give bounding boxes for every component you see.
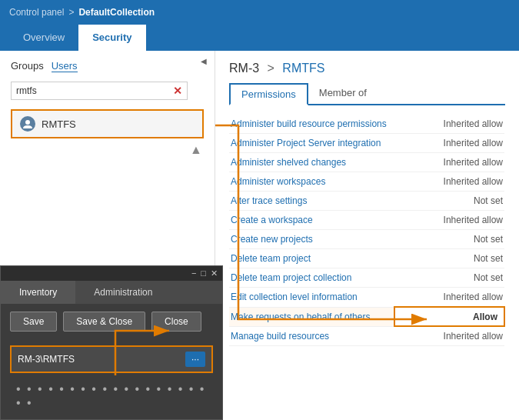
sub-tab-permissions[interactable]: Permissions	[229, 83, 308, 105]
rm-header: RM-3 > RMTFS	[229, 62, 505, 75]
permission-name: Make requests on behalf of others	[229, 307, 394, 326]
permission-name: Administer workspaces	[229, 172, 394, 192]
bp-user-row[interactable]: RM-3\RMTFS ···	[10, 345, 213, 373]
bottom-floating-panel: − □ ✕ Inventory Administration Save Save…	[0, 265, 223, 420]
permission-name: Delete team project collection	[229, 268, 394, 288]
table-row[interactable]: Delete team project collectionNot set	[229, 268, 504, 288]
panel-titlebar: − □ ✕	[1, 266, 222, 281]
permission-name: Edit collection level information	[229, 288, 394, 308]
search-box: ✕	[11, 82, 188, 100]
svg-point-0	[25, 120, 30, 125]
search-clear-icon[interactable]: ✕	[173, 85, 182, 97]
permission-value: Inherited allow	[394, 115, 504, 134]
collection-name: DefaultCollection	[78, 7, 155, 18]
right-panel: RM-3 > RMTFS Permissions Member of Admin…	[215, 51, 519, 420]
permission-value: Inherited allow	[394, 211, 504, 230]
permission-value[interactable]: Allow	[394, 307, 504, 326]
rm-breadcrumb-sep: >	[268, 62, 278, 75]
table-row[interactable]: Delete team projectNot set	[229, 249, 504, 268]
panel-tabs: Inventory Administration	[1, 281, 222, 304]
permission-value: Not set	[394, 192, 504, 211]
permission-value: Inherited allow	[394, 326, 504, 346]
panel-tab-administration[interactable]: Administration	[75, 281, 171, 304]
tab-security[interactable]: Security	[78, 25, 145, 51]
permission-name: Administer shelved changes	[229, 153, 394, 172]
permissions-table: Administer build resource permissionsInh…	[229, 115, 505, 346]
sub-tabs: Permissions Member of	[229, 83, 505, 105]
table-row[interactable]: Administer shelved changesInherited allo…	[229, 153, 504, 172]
table-row[interactable]: Create a workspaceInherited allow	[229, 211, 504, 230]
close-panel-button[interactable]: ✕	[211, 268, 218, 278]
search-input[interactable]	[16, 85, 173, 96]
minimize-button[interactable]: −	[191, 268, 196, 278]
scroll-up-button[interactable]: ▲	[190, 143, 201, 157]
user-name-label: RMTFS	[42, 118, 76, 130]
panel-tab-inventory[interactable]: Inventory	[1, 281, 75, 304]
close-button[interactable]: Close	[151, 312, 201, 332]
permission-name: Alter trace settings	[229, 192, 394, 211]
table-row[interactable]: Edit collection level informationInherit…	[229, 288, 504, 308]
permission-value: Inherited allow	[394, 153, 504, 172]
table-row[interactable]: Create new projectsNot set	[229, 230, 504, 249]
table-row[interactable]: Make requests on behalf of othersAllow	[229, 307, 504, 326]
restore-button[interactable]: □	[201, 268, 206, 278]
sub-tab-member-of[interactable]: Member of	[308, 83, 378, 104]
permission-name: Create a workspace	[229, 211, 394, 230]
permission-value: Inherited allow	[394, 172, 504, 192]
table-row[interactable]: Administer build resource permissionsInh…	[229, 115, 504, 134]
avatar	[20, 116, 35, 132]
panel-content: RM-3\RMTFS ··· • • • • • • • • • • • • •…	[1, 339, 222, 419]
bp-dots-row: • • • • • • • • • • • • • • • • • • • •	[10, 379, 213, 410]
groups-link[interactable]: Groups	[11, 60, 44, 72]
search-box-wrap: ✕	[0, 78, 215, 106]
table-row[interactable]: Administer workspacesInherited allow	[229, 172, 504, 192]
permission-value: Inherited allow	[394, 288, 504, 308]
bp-dots-button[interactable]: ···	[185, 352, 205, 367]
permission-value: Not set	[394, 249, 504, 268]
table-row[interactable]: Administer Project Server integrationInh…	[229, 134, 504, 153]
tab-overview[interactable]: Overview	[9, 25, 78, 51]
breadcrumb-sep: >	[68, 7, 74, 18]
permission-value: Inherited allow	[394, 134, 504, 153]
permission-name: Administer build resource permissions	[229, 115, 394, 134]
save-button[interactable]: Save	[10, 312, 57, 332]
main-tabs-row: Overview Security	[0, 25, 519, 51]
permission-name: Delete team project	[229, 249, 394, 268]
table-row[interactable]: Alter trace settingsNot set	[229, 192, 504, 211]
users-link[interactable]: Users	[52, 60, 78, 72]
breadcrumb-text: Control panel	[9, 7, 64, 18]
table-row[interactable]: Manage build resourcesInherited allow	[229, 326, 504, 346]
rm-breadcrumb-right: RMTFS	[282, 62, 324, 75]
bp-user-name: RM-3\RMTFS	[18, 354, 179, 365]
permission-value: Not set	[394, 268, 504, 288]
permission-name: Manage build resources	[229, 326, 394, 346]
permission-name: Create new projects	[229, 230, 394, 249]
groups-users-row: Groups Users	[0, 51, 215, 78]
save-close-button[interactable]: Save & Close	[63, 312, 145, 332]
panel-actions: Save Save & Close Close	[1, 304, 222, 339]
rm-breadcrumb-left: RM-3	[229, 62, 259, 75]
permission-name: Administer Project Server integration	[229, 134, 394, 153]
person-icon	[22, 118, 33, 129]
control-panel-header: Control panel > DefaultCollection	[0, 0, 519, 25]
user-row-rmtfs[interactable]: RMTFS	[11, 109, 204, 138]
permission-value: Not set	[394, 230, 504, 249]
